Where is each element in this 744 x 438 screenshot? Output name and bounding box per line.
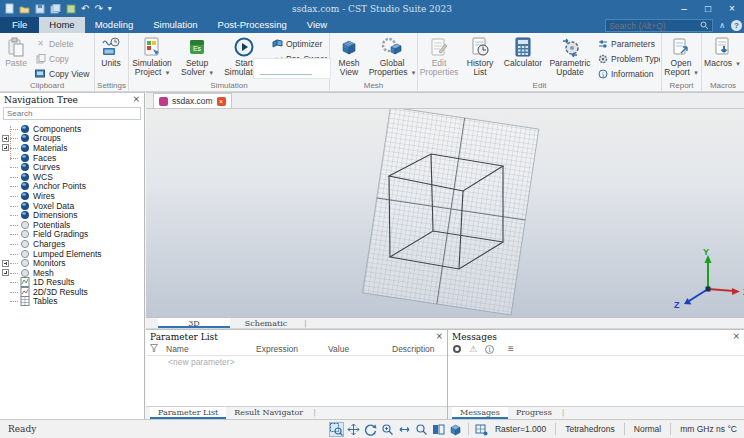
tab-messages[interactable]: Messages bbox=[452, 407, 508, 419]
delete-button[interactable]: ✕ Delete bbox=[32, 36, 94, 51]
select-zoom-icon[interactable] bbox=[329, 422, 344, 437]
problem-type-button[interactable]: Problem Type ▾ bbox=[594, 51, 660, 66]
tree-item-1d-results[interactable]: 1D Results bbox=[0, 278, 144, 288]
expand-icon[interactable] bbox=[2, 144, 9, 151]
history-list-button[interactable]: History List bbox=[460, 35, 500, 81]
search-input[interactable] bbox=[609, 21, 700, 31]
pan-icon[interactable] bbox=[397, 422, 412, 437]
tab-post-processing[interactable]: Post-Processing bbox=[208, 17, 297, 33]
maximize-button[interactable]: □ bbox=[696, 0, 720, 17]
close-button[interactable]: × bbox=[720, 0, 744, 17]
raster-icon[interactable] bbox=[474, 422, 489, 437]
open-file-icon[interactable] bbox=[19, 4, 30, 14]
parameter-list-body[interactable] bbox=[146, 367, 447, 406]
tree-item-2d3d-results[interactable]: 2D/3D Results bbox=[0, 287, 144, 297]
move-icon[interactable] bbox=[346, 422, 361, 437]
tree-item-components[interactable]: Components bbox=[0, 124, 144, 134]
tree-item-potentials[interactable]: Potentials bbox=[0, 220, 144, 230]
close-document-icon[interactable]: × bbox=[217, 97, 226, 106]
close-icon[interactable]: × bbox=[132, 95, 140, 104]
warning-icon[interactable]: ⚠ bbox=[469, 344, 477, 354]
tree-item-groups[interactable]: Groups bbox=[0, 134, 144, 144]
undo-icon[interactable]: ↶ bbox=[81, 4, 89, 14]
redo-icon[interactable]: ↷ bbox=[94, 4, 102, 14]
tab-home[interactable]: Home bbox=[39, 17, 84, 33]
column-value[interactable]: Value bbox=[324, 344, 388, 354]
tab-modeling[interactable]: Modeling bbox=[85, 17, 144, 33]
tree-item-faces[interactable]: Faces bbox=[0, 153, 144, 163]
tree-item-charges[interactable]: Charges bbox=[0, 239, 144, 249]
expand-icon[interactable] bbox=[2, 269, 9, 276]
dynamic-zoom-icon[interactable] bbox=[380, 422, 395, 437]
ribbon-search[interactable] bbox=[605, 19, 713, 32]
filter-errors-icon[interactable] bbox=[453, 345, 461, 353]
tree-item-dimensions[interactable]: Dimensions bbox=[0, 210, 144, 220]
copy-button[interactable]: Copy bbox=[32, 51, 94, 66]
status-mesh-type[interactable]: Tetrahedrons bbox=[560, 424, 620, 434]
tab-progress[interactable]: Progress bbox=[508, 407, 560, 419]
tab-view[interactable]: View bbox=[297, 17, 337, 33]
tab-result-navigator[interactable]: Result Navigator bbox=[226, 407, 311, 419]
tree-item-wires[interactable]: Wires bbox=[0, 191, 144, 201]
open-report-button[interactable]: Open Report ▾ bbox=[662, 35, 700, 81]
simulation-project-button[interactable]: Simulation Project ▾ bbox=[129, 35, 175, 81]
tab-parameter-list[interactable]: Parameter List bbox=[150, 407, 226, 419]
tree-item-monitors[interactable]: Monitors bbox=[0, 258, 144, 268]
paste-button[interactable]: Paste bbox=[0, 35, 32, 81]
save-icon[interactable] bbox=[35, 4, 45, 14]
close-icon[interactable]: × bbox=[732, 332, 740, 341]
isometric-view-icon[interactable] bbox=[448, 422, 463, 437]
tree-item-field-gradings[interactable]: Field Gradings bbox=[0, 230, 144, 240]
setup-solver-button[interactable]: Es Setup Solver ▾ bbox=[175, 35, 219, 81]
expand-icon[interactable] bbox=[2, 260, 9, 267]
units-button[interactable]: Units bbox=[95, 35, 127, 81]
help-icon[interactable]: ? bbox=[731, 20, 742, 31]
message-list-icon[interactable]: ≡ bbox=[508, 344, 514, 354]
tree-search-box[interactable] bbox=[3, 107, 141, 120]
calculator-button[interactable]: Calculator bbox=[500, 35, 546, 81]
messages-body[interactable] bbox=[448, 356, 744, 406]
status-normal[interactable]: Normal bbox=[629, 424, 666, 434]
info-icon[interactable]: i bbox=[485, 345, 494, 354]
mesh-view-button[interactable]: Mesh View bbox=[330, 35, 368, 81]
information-button[interactable]: i Information bbox=[594, 66, 660, 81]
tab-simulation[interactable]: Simulation bbox=[143, 17, 207, 33]
tree-item-curves[interactable]: Curves bbox=[0, 162, 144, 172]
edit-properties-button[interactable]: Edit Properties bbox=[418, 35, 460, 81]
save-all-icon[interactable] bbox=[50, 4, 61, 14]
tree-item-wcs[interactable]: WCS bbox=[0, 172, 144, 182]
parameters-button[interactable]: Parameters ▾ bbox=[594, 36, 660, 51]
zoom-icon[interactable] bbox=[414, 422, 429, 437]
qat-customize-icon[interactable]: ▾ bbox=[108, 4, 112, 13]
filter-icon[interactable] bbox=[146, 344, 162, 354]
parametric-update-button[interactable]: Parametric Update bbox=[546, 35, 594, 81]
tab-file[interactable]: File bbox=[0, 17, 39, 33]
close-icon[interactable]: × bbox=[435, 332, 443, 341]
3d-viewport[interactable]: Y X Z bbox=[146, 109, 744, 317]
tree-search-input[interactable] bbox=[4, 109, 140, 118]
document-tab[interactable]: ssdax.com × bbox=[153, 93, 232, 108]
column-description[interactable]: Description bbox=[388, 344, 435, 354]
minimize-button[interactable]: – bbox=[672, 0, 696, 17]
rotate-icon[interactable] bbox=[363, 422, 378, 437]
tab-3d[interactable]: 3D bbox=[158, 318, 230, 328]
tab-schematic[interactable]: Schematic bbox=[230, 318, 302, 328]
tree-item-tables[interactable]: Tables bbox=[0, 297, 144, 307]
column-expression[interactable]: Expression bbox=[252, 344, 324, 354]
split-window-icon[interactable] bbox=[431, 422, 446, 437]
optimizer-button[interactable]: Optimizer ▾ bbox=[269, 36, 327, 51]
tree-item-voxel-data[interactable]: Voxel Data bbox=[0, 201, 144, 211]
tree-item-materials[interactable]: Materials bbox=[0, 143, 144, 153]
new-file-icon[interactable] bbox=[5, 3, 14, 14]
global-properties-button[interactable]: Global Properties ▾ bbox=[368, 35, 416, 81]
tree-item-lumped-elements[interactable]: Lumped Elements bbox=[0, 249, 144, 259]
collapse-ribbon-icon[interactable]: ∧ bbox=[719, 21, 725, 30]
status-units[interactable]: mm GHz ns °C bbox=[675, 424, 742, 434]
column-name[interactable]: Name bbox=[162, 344, 252, 354]
status-raster[interactable]: Raster=1.000 bbox=[490, 424, 551, 434]
copy-view-button[interactable]: Copy View ▾ bbox=[32, 66, 94, 81]
tree-item-mesh[interactable]: Mesh bbox=[0, 268, 144, 278]
macros-button[interactable]: Macros ▾ bbox=[702, 35, 742, 81]
new-parameter-row[interactable]: <new parameter> bbox=[146, 356, 447, 367]
tree-item-anchor-points[interactable]: Anchor Points bbox=[0, 182, 144, 192]
